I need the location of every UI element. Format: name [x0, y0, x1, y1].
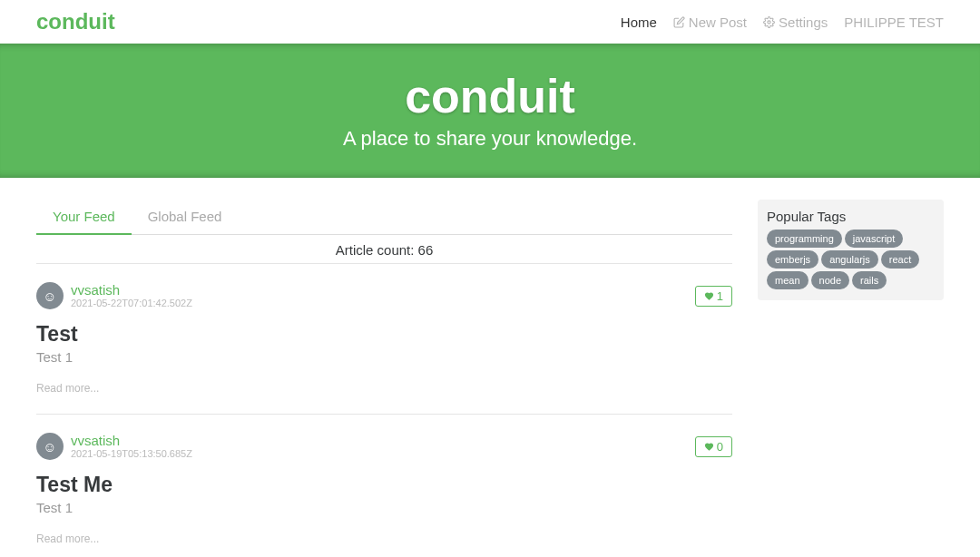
author-info: vvsatish 2021-05-22T07:01:42.502Z: [71, 283, 192, 309]
main-container: Your Feed Global Feed Article count: 66 …: [36, 178, 944, 557]
tab-your-feed[interactable]: Your Feed: [36, 200, 132, 235]
author-link[interactable]: vvsatish: [71, 434, 192, 449]
article-preview: ☺ vvsatish 2021-05-19T05:13:50.685Z 0 Te…: [36, 414, 732, 557]
like-button[interactable]: 0: [695, 436, 732, 457]
sidebar: Popular Tags programming javascript embe…: [758, 200, 944, 557]
nav-new-post-label: New Post: [689, 15, 747, 30]
tab-global-feed[interactable]: Global Feed: [132, 200, 239, 235]
article-title[interactable]: Test Me: [36, 473, 732, 497]
read-more-link[interactable]: Read more...: [36, 533, 99, 545]
like-count: 0: [717, 440, 723, 454]
article-date: 2021-05-22T07:01:42.502Z: [71, 298, 192, 308]
heart-icon: [704, 291, 714, 301]
tag-emberjs[interactable]: emberjs: [767, 250, 818, 269]
article-date: 2021-05-19T05:13:50.685Z: [71, 448, 192, 459]
article-preview: ☺ vvsatish 2021-05-22T07:01:42.502Z 1 Te…: [36, 263, 732, 414]
feed-toggle: Your Feed Global Feed: [36, 200, 732, 235]
tag-react[interactable]: react: [881, 250, 919, 269]
avatar[interactable]: ☺: [36, 433, 64, 460]
banner-subtitle: A place to share your knowledge.: [0, 127, 980, 151]
banner-title: conduit: [0, 69, 980, 123]
smiley-icon: ☺: [43, 439, 56, 454]
tag-programming[interactable]: programming: [767, 230, 842, 248]
read-more-link[interactable]: Read more...: [36, 382, 99, 395]
nav-profile[interactable]: PHILIPPE TEST: [844, 15, 944, 30]
tag-javascript[interactable]: javascript: [845, 230, 903, 248]
gear-icon: [763, 16, 775, 28]
heart-icon: [704, 442, 714, 452]
tags-title: Popular Tags: [767, 209, 935, 224]
brand-logo[interactable]: conduit: [36, 9, 115, 34]
navbar: conduit Home New Post Settings PHILIPPE …: [36, 0, 944, 44]
tag-rails[interactable]: rails: [852, 271, 887, 289]
tags-list: programming javascript emberjs angularjs…: [767, 230, 935, 289]
main-column: Your Feed Global Feed Article count: 66 …: [36, 200, 732, 557]
smiley-icon: ☺: [43, 288, 56, 304]
article-title[interactable]: Test: [36, 322, 732, 347]
compose-icon: [673, 16, 685, 28]
tag-node[interactable]: node: [811, 271, 849, 289]
nav-links: Home New Post Settings PHILIPPE TEST: [621, 15, 944, 30]
tag-angularjs[interactable]: angularjs: [821, 250, 878, 269]
like-button[interactable]: 1: [695, 286, 732, 307]
banner: conduit A place to share your knowledge.: [0, 44, 980, 178]
nav-home[interactable]: Home: [621, 15, 657, 30]
svg-point-0: [768, 20, 770, 23]
article-count: Article count: 66: [36, 235, 732, 263]
nav-settings-label: Settings: [779, 15, 828, 30]
article-meta: ☺ vvsatish 2021-05-19T05:13:50.685Z 0: [36, 433, 732, 460]
article-desc: Test 1: [36, 349, 732, 365]
nav-settings[interactable]: Settings: [763, 15, 828, 30]
author-link[interactable]: vvsatish: [71, 283, 192, 298]
like-count: 1: [717, 289, 723, 303]
tag-mean[interactable]: mean: [767, 271, 808, 289]
article-meta: ☺ vvsatish 2021-05-22T07:01:42.502Z 1: [36, 282, 732, 309]
author-info: vvsatish 2021-05-19T05:13:50.685Z: [71, 434, 192, 460]
article-desc: Test 1: [36, 500, 732, 515]
nav-new-post[interactable]: New Post: [673, 15, 747, 30]
avatar[interactable]: ☺: [36, 282, 64, 309]
popular-tags-box: Popular Tags programming javascript embe…: [758, 200, 944, 300]
